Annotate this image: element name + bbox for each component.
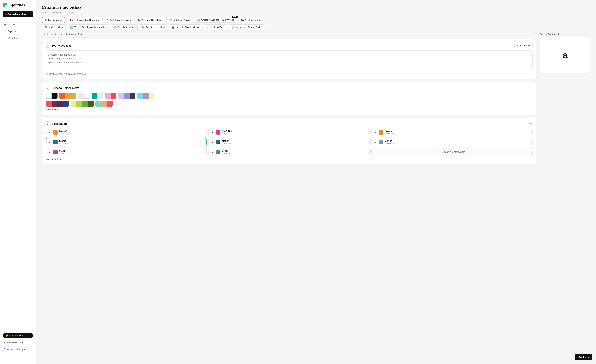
palette-item-10[interactable] [95,101,113,107]
audio-item-claps[interactable]: ▶ Claps 0:00 / 1:30 [45,148,207,156]
tabs-row-2: 🎵 Audio to Video 🔄 Turn a Reddit post in… [42,24,590,30]
palette-swatch [149,93,155,99]
sidebar-item-auto-mode[interactable]: ⊙ Auto-Mode [1,35,34,41]
sidebar-item-videos[interactable]: ⊞ Videos [1,21,34,28]
tab-audio-to-video[interactable]: 🎵 Audio to Video [42,24,66,30]
audio-thumb-bg [53,130,58,135]
tab-reddit[interactable]: 🔄 Turn a Reddit post into a Video [68,24,109,30]
step3-title: Select audio [52,122,67,125]
palette-swatch [137,93,143,99]
play-drops-button[interactable]: ▶ [210,150,214,154]
ai-rewrite-button[interactable]: ▼ AI Rewrite [514,43,533,48]
audio-info-motion: Motion 0:00 / 1:18 [222,140,231,145]
step1-card: 1 Your video text ▼ AI Rewrite 💡 Tip: us… [42,39,536,79]
dropdown-arrow-icon: ▼ [517,44,519,47]
content-area: Use this tool to create videos from Text… [42,33,590,164]
play-dontblink-button[interactable]: ▶ [210,130,214,134]
sidebar-item-exports[interactable]: ↑ Exports [1,28,34,34]
palette-item-8[interactable] [45,101,69,107]
audio-item-dontblink[interactable]: ▶ Don't Blink 0:00 / 0:52 [209,128,370,136]
audio-item-motion[interactable]: ▶ Motion 0:00 / 1:18 [209,138,370,146]
audio-item-gongs[interactable]: ▶ Gongs 0:00 / 0:47 [371,138,533,146]
more-colors-label: More colors [45,108,58,111]
audio-item-stomp[interactable]: ▶ Stomp 0:00 / 0:25 [45,138,207,146]
audio-name-claps: Claps [59,150,68,152]
audio-time-claps: 0:00 / 1:30 [59,152,68,154]
palette-item-9[interactable] [70,101,94,107]
palette-item-6[interactable] [118,93,136,99]
side-panel: Output Example 👁 a [540,33,590,164]
more-sounds-button[interactable]: More sounds ∨ [45,158,62,160]
play-snaps-button[interactable]: ▶ [373,130,377,134]
audio-time-motion: 0:00 / 1:18 [222,142,231,145]
tab-website-product[interactable]: 🛒 Website to Product Video [229,24,265,30]
audio-name-drops: Drops [222,150,231,152]
play-motion-button[interactable]: ▶ [210,140,214,144]
tab-caption[interactable]: ⊟ Add Caption to Video [104,17,134,23]
account-settings-link[interactable]: ⚙ Account Settings [3,347,33,352]
audio-item-bg[interactable]: ▶ bg.mp3 0:00 / 0:38 [45,128,207,136]
more-colors-button[interactable]: More colors ∨ [45,108,60,111]
audio-name-snaps: Snaps [385,130,394,132]
play-claps-button[interactable]: ▶ [47,150,52,154]
affiliate-program-link[interactable]: ⊙ Affiliate Program [3,340,33,345]
audio-info-drops: Drops 0:00 / 1:46 [222,150,231,154]
tab-website-review-wrapper: beta 🌐 Create A Website Review Video [194,17,237,23]
tab-article[interactable]: 📄 Article to Video [203,24,228,30]
exit-icon[interactable]: ↩ [3,354,33,358]
tiktok-icon: ♻ [69,19,71,21]
audio-item-snaps[interactable]: ▶ Snaps 0:00 / 1:12 [371,128,533,136]
reddit-icon: 🔄 [70,26,73,29]
tab-website-to-video[interactable]: 🌐 Website to Video [111,24,138,30]
tab-reddit-label: Turn a Reddit post into a Video [74,26,106,29]
palette-item-3[interactable] [78,93,90,99]
palette-item-1[interactable] [45,93,58,99]
collapse-audio-button[interactable]: − [529,122,533,125]
palette-row-2 [45,101,533,107]
tab-linkedin-label: LinkedIn Post to Video [175,26,199,29]
step3-header: 3 Select audio − [45,121,533,126]
create-new-button[interactable]: + Create New Video [3,11,33,17]
step2-number: 2 [45,86,50,90]
tab-tiktok[interactable]: ♻ AI TikTok Video Generator [66,17,102,23]
play-bg-button[interactable]: ▶ [47,130,52,134]
play-stomp-button[interactable]: ▶ [48,140,52,144]
tab-avatar-label: AI Talking Avatar [173,19,190,21]
audio-info-snaps: Snaps 0:00 / 1:12 [385,130,394,135]
play-gongs-button[interactable]: ▶ [373,140,377,144]
palette-swatch [78,93,84,99]
palette-item-5[interactable] [104,93,117,99]
tab-tweet-label: Tweet / X to Video [146,26,164,29]
palette-item-7[interactable] [137,93,155,99]
audio-thumb-drops [216,150,221,154]
output-example-header: Output Example 👁 [540,33,590,36]
audio-thumb-stomp [53,140,58,145]
palette-swatch [107,101,113,107]
palette-swatch [143,93,149,99]
video-text-input[interactable] [45,51,533,70]
exports-icon: ↑ [4,30,6,33]
more-options-icon[interactable]: ··· [82,6,85,9]
tab-website-review[interactable]: 🌐 Create A Website Review Video [194,17,237,23]
tab-youtube-clip[interactable]: ▶ YouTube Clip Maker [136,17,165,23]
tab-linkedin[interactable]: 💼 LinkedIn Post to Video [169,24,201,30]
palette-swatch [105,93,111,99]
audio-info-claps: Claps 0:00 / 1:30 [59,150,68,154]
tab-product-label: Website to Product Video [236,26,262,29]
palette-item-4[interactable] [91,93,104,99]
tab-tweet[interactable]: 🐦 Tweet / X to Video [139,24,167,30]
auto-mode-icon: ⊙ [4,36,7,40]
tab-talking-avatar[interactable]: 🌱 AI Talking Avatar [166,17,193,23]
upload-audio-button[interactable]: ⬆ Upload a custom audio [371,148,533,156]
palette-item-2[interactable] [59,93,77,99]
caption-icon: ⊟ [106,19,108,21]
audio-item-drops[interactable]: ▶ Drops 0:00 / 1:46 [209,148,370,156]
step3-card: 3 Select audio − ▶ bg.mp3 0:00 / 0:38 [42,118,536,164]
audio-info-gongs: Gongs 0:00 / 0:47 [385,140,394,145]
tab-movie-maker[interactable]: 🎬 AI Movie Maker [238,17,264,23]
tab-text-to-video[interactable]: ⊞ Text to Video [42,17,65,23]
feedback-button[interactable]: Feedback [575,354,592,360]
audio-thumb-claps [53,150,58,154]
tool-hint: Use this tool to create videos from Text… [42,33,536,36]
upgrade-button[interactable]: ⚡ Upgrade Now [3,333,33,338]
